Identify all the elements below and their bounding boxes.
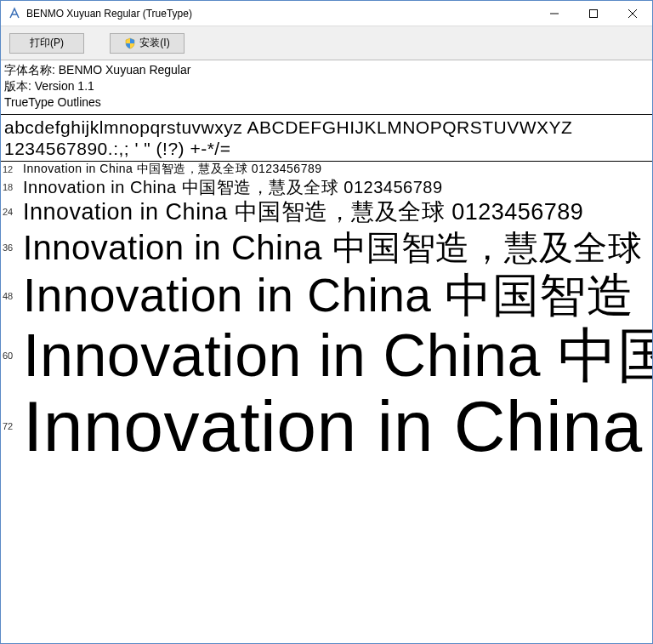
sample-text: Innovation in China 中国智造，慧及全球 0123456789 [23, 162, 322, 177]
sample-size-label: 72 [1, 421, 23, 431]
sample-text: Innovation in China 中国智造，慧及全球 0123456789 [23, 389, 652, 464]
font-outlines-line: TrueType Outlines [4, 94, 649, 111]
close-button[interactable] [613, 1, 652, 26]
content-area: 字体名称: BENMO Xuyuan Regular 版本: Version 1… [1, 60, 652, 643]
sample-text: Innovation in China 中国智造，慧及全球 0123456789 [23, 226, 652, 269]
charset-line-2: 1234567890.:,; ' " (!?) +-*/= [4, 138, 649, 159]
sample-size-label: 12 [1, 164, 23, 174]
sample-size-label: 48 [1, 291, 23, 301]
sample-row-36: 36 Innovation in China 中国智造，慧及全球 0123456… [1, 226, 652, 269]
font-meta: 字体名称: BENMO Xuyuan Regular 版本: Version 1… [1, 60, 652, 115]
charset-block: abcdefghijklmnopqrstuvwxyz ABCDEFGHIJKLM… [1, 115, 652, 162]
sample-size-label: 36 [1, 242, 23, 253]
install-button-label: 安装(I) [139, 36, 169, 50]
app-icon [8, 7, 21, 20]
print-button-label: 打印(P) [30, 36, 64, 50]
titlebar: BENMO Xuyuan Regular (TrueType) [1, 1, 652, 26]
sample-row-60: 60 Innovation in China 中国智造，慧及全球 0123456… [1, 323, 652, 389]
window-title: BENMO Xuyuan Regular (TrueType) [26, 8, 535, 20]
sample-size-label: 18 [1, 182, 23, 192]
sample-size-label: 24 [1, 207, 23, 217]
window-controls [535, 1, 652, 26]
shield-icon [124, 37, 136, 49]
toolbar: 打印(P) 安装(I) [1, 26, 652, 60]
minimize-button[interactable] [535, 1, 574, 26]
font-name-line: 字体名称: BENMO Xuyuan Regular [4, 62, 649, 78]
sample-row-12: 12 Innovation in China 中国智造，慧及全球 0123456… [1, 162, 652, 177]
sample-text: Innovation in China 中国智造，慧及全球 0123456789 [23, 198, 583, 227]
sample-row-24: 24 Innovation in China 中国智造，慧及全球 0123456… [1, 198, 652, 227]
print-button[interactable]: 打印(P) [9, 33, 84, 54]
sample-text: Innovation in China 中国智造，慧及全球 0123456789 [23, 323, 652, 389]
install-button[interactable]: 安装(I) [110, 33, 185, 54]
sample-size-label: 60 [1, 350, 23, 361]
charset-line-1: abcdefghijklmnopqrstuvwxyz ABCDEFGHIJKLM… [4, 117, 649, 138]
sample-text: Innovation in China 中国智造，慧及全球 0123456789 [23, 269, 652, 322]
font-preview-window: BENMO Xuyuan Regular (TrueType) 打印(P) [0, 0, 653, 644]
maximize-button[interactable] [574, 1, 613, 26]
sample-row-18: 18 Innovation in China 中国智造，慧及全球 0123456… [1, 177, 652, 198]
svg-rect-1 [590, 10, 598, 18]
font-version-line: 版本: Version 1.1 [4, 78, 649, 94]
sample-row-72: 72 Innovation in China 中国智造，慧及全球 0123456… [1, 389, 652, 464]
sample-row-48: 48 Innovation in China 中国智造，慧及全球 0123456… [1, 269, 652, 322]
sample-text: Innovation in China 中国智造，慧及全球 0123456789 [23, 177, 443, 198]
samples: 12 Innovation in China 中国智造，慧及全球 0123456… [1, 162, 652, 464]
